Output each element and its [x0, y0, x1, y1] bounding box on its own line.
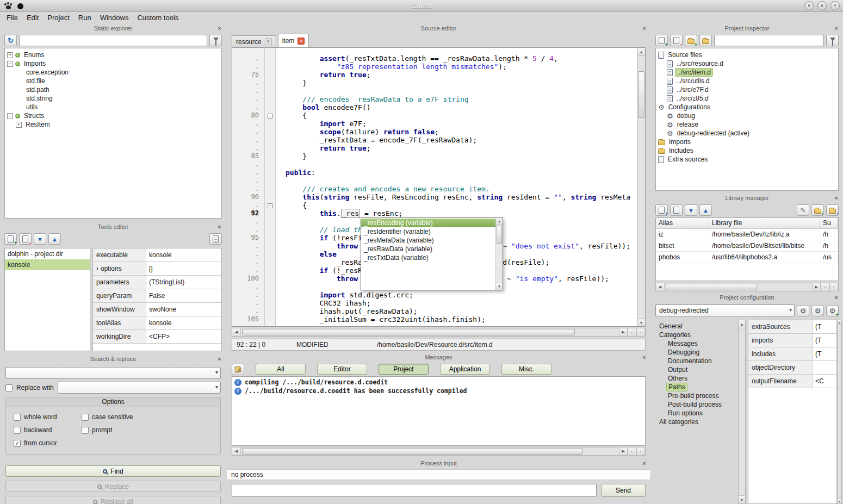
filter-project-button[interactable]: Project: [379, 364, 429, 375]
property-value[interactable]: (T: [813, 334, 836, 347]
send-button[interactable]: Send: [601, 484, 646, 497]
scrollbar-track[interactable]: [838, 325, 841, 499]
filter-button[interactable]: [209, 35, 222, 46]
scrollbar-track[interactable]: [241, 328, 619, 336]
scroll-up-icon[interactable]: ▲: [838, 320, 841, 325]
expander-icon[interactable]: −: [7, 61, 13, 67]
tree-item[interactable]: std.file: [5, 77, 221, 85]
property-row[interactable]: outputFilename<C: [748, 375, 836, 388]
tree-item[interactable]: Debugging: [655, 348, 738, 357]
option-prompt[interactable]: prompt: [82, 424, 220, 437]
project-tree[interactable]: Source files../src/resource.d../src/item…: [655, 48, 839, 191]
remove-tool-button[interactable]: −: [19, 233, 32, 245]
autocomplete-scrollbar[interactable]: ▲ ▼: [495, 218, 503, 290]
property-value[interactable]: (T: [813, 347, 836, 360]
scroll-down-icon[interactable]: ▼: [496, 283, 503, 290]
tools-list[interactable]: dolphin - project dirkonsole: [4, 248, 90, 351]
library-from-folder-button[interactable]: +: [811, 204, 824, 216]
tree-item[interactable]: ⚙debug: [656, 111, 838, 120]
close-panel-icon[interactable]: ×: [216, 25, 223, 32]
property-row[interactable]: executablekonsole: [93, 248, 221, 262]
library-row[interactable]: bitset/home/basile/Dev/Bitset/lib/bitse/…: [656, 240, 838, 252]
close-tab-icon[interactable]: ×: [297, 38, 305, 45]
clone-tool-button[interactable]: [209, 233, 222, 245]
minimize-button[interactable]: ∨: [804, 1, 814, 10]
tree-item[interactable]: ⚙Configurations: [656, 103, 838, 111]
property-value[interactable]: swoNone: [146, 303, 221, 316]
filter-all-button[interactable]: All: [256, 364, 306, 375]
tree-item[interactable]: −Structs: [5, 111, 221, 120]
editor-vertical-scrollbar[interactable]: ▲ ▼: [637, 48, 645, 326]
library-table-body[interactable]: iz/home/basile/Dev/Iz/lib/iz.a/hbitset/h…: [656, 229, 838, 281]
close-panel-icon[interactable]: ×: [641, 460, 648, 467]
property-value[interactable]: False: [146, 289, 221, 302]
property-row[interactable]: ›options[]: [93, 262, 221, 276]
property-value[interactable]: []: [146, 262, 221, 275]
tree-item[interactable]: std.string: [5, 94, 221, 103]
scroll-up-icon[interactable]: ▲: [637, 48, 645, 56]
add-source-button[interactable]: +: [655, 35, 668, 46]
open-folder-button[interactable]: [699, 35, 712, 46]
tree-item[interactable]: +ResItem: [5, 120, 221, 129]
library-from-project-button[interactable]: +: [826, 204, 839, 216]
option-whole-word[interactable]: whole word: [14, 410, 82, 424]
tree-item[interactable]: Pre-build process: [655, 391, 738, 400]
scroll-up-icon[interactable]: ▲: [496, 218, 503, 225]
tree-item[interactable]: General: [655, 322, 738, 331]
filter-misc-button[interactable]: Misc.: [501, 364, 551, 375]
property-row[interactable]: queryParamFalse: [93, 289, 221, 303]
autocomplete-item[interactable]: _resTxtData (variable): [361, 253, 495, 262]
tree-item[interactable]: Paths: [655, 383, 738, 391]
scrollbar-track[interactable]: [637, 56, 645, 318]
tree-item[interactable]: Post-build process: [655, 400, 738, 409]
inspector-filter-button[interactable]: [826, 35, 839, 46]
autocomplete-item[interactable]: _resEncoding (variable): [361, 219, 495, 227]
move-tool-down-button[interactable]: ▼: [34, 233, 46, 245]
library-row[interactable]: phobos/usr/lib64/libphobos2.a/us: [656, 252, 838, 263]
grid-scrollbar[interactable]: ▲ ▼: [837, 320, 842, 504]
symbol-tree[interactable]: +Enums−Importscore.exceptionstd.filestd.…: [4, 48, 222, 219]
option-from-cursor[interactable]: ✓from cursor: [14, 437, 82, 450]
tool-properties-grid[interactable]: executablekonsole›options[]parameters(TS…: [92, 248, 222, 351]
replace-text-combobox[interactable]: ▾: [58, 382, 221, 394]
property-row[interactable]: workingDire<CFP>: [93, 330, 221, 344]
checkbox[interactable]: ✓: [14, 440, 21, 447]
scrollbar-track[interactable]: [241, 447, 619, 455]
expander-icon[interactable]: +: [7, 52, 13, 58]
scroll-page-left-icon[interactable]: ‹: [628, 447, 636, 455]
tree-item[interactable]: All categories: [655, 418, 738, 426]
add-configuration-button[interactable]: ⚙: [797, 305, 809, 316]
symbol-search-input[interactable]: [19, 35, 207, 46]
checkbox[interactable]: [14, 427, 21, 434]
move-tool-up-button[interactable]: ▲: [48, 233, 61, 245]
scrollbar-thumb[interactable]: [638, 71, 644, 118]
scroll-right-icon[interactable]: ▶: [619, 328, 628, 336]
autocomplete-item[interactable]: _resIdentifier (variable): [361, 227, 495, 236]
remove-configuration-button[interactable]: ⚙−: [811, 305, 824, 316]
fold-marker-icon[interactable]: −: [268, 203, 272, 208]
replace-with-checkbox[interactable]: [5, 384, 13, 391]
tab-item[interactable]: item×: [278, 34, 309, 47]
tree-item[interactable]: ⚙release: [656, 120, 838, 129]
scrollbar-track[interactable]: [496, 225, 503, 283]
close-panel-icon[interactable]: ×: [833, 25, 840, 32]
move-library-up-button[interactable]: ▲: [699, 204, 712, 216]
fold-marker-icon[interactable]: −: [268, 114, 272, 119]
refresh-button[interactable]: ↻: [4, 35, 17, 46]
message-list[interactable]: icompiling /.../build/resource.d.coediti…: [232, 376, 646, 446]
scrollbar-track[interactable]: [739, 328, 745, 495]
code-folding-margin[interactable]: −−: [265, 48, 276, 326]
tree-item[interactable]: ../src/utils.d: [656, 77, 838, 85]
categories-scrollbar[interactable]: ▲ ▼: [738, 320, 746, 504]
add-folder-button[interactable]: +: [685, 35, 697, 46]
tree-item[interactable]: +Enums: [5, 51, 221, 59]
property-value[interactable]: (TStringList): [146, 276, 221, 289]
edit-library-button[interactable]: ✎: [797, 204, 809, 216]
tab-resource[interactable]: resource×: [232, 35, 276, 47]
option-backward[interactable]: backward: [14, 424, 82, 437]
close-tab-icon[interactable]: ×: [265, 38, 272, 45]
process-input-field[interactable]: [232, 484, 597, 497]
tool-list-item[interactable]: dolphin - project dir: [5, 248, 90, 259]
option-categories-tree[interactable]: GeneralCategoriesMessagesDebuggingDocume…: [655, 320, 738, 504]
tree-item[interactable]: Others: [655, 374, 738, 383]
